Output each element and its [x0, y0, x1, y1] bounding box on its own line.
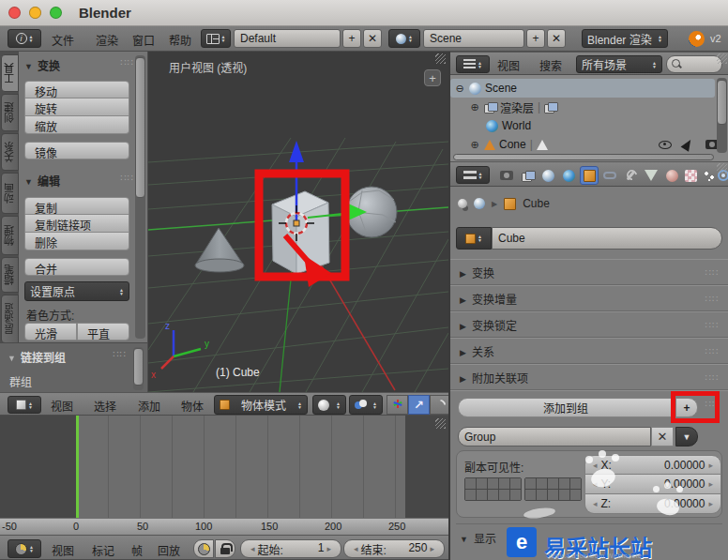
selectable-pointer-icon[interactable] — [681, 137, 695, 151]
tab-object[interactable] — [580, 166, 599, 185]
outliner-scope-select[interactable]: 所有场景 — [576, 55, 662, 73]
add-scene-button[interactable]: + — [526, 29, 545, 48]
tab-texture[interactable] — [681, 166, 700, 185]
operator-scrollbar[interactable] — [133, 347, 144, 390]
layer-toggle[interactable] — [499, 478, 509, 489]
layer-toggle[interactable] — [548, 490, 558, 500]
panel-transform[interactable]: 变换 — [450, 259, 728, 285]
manipulator-toggle-button[interactable] — [387, 395, 408, 415]
panel-drag-icon[interactable] — [113, 349, 127, 359]
layer-toggle[interactable] — [477, 490, 487, 500]
panel-display[interactable]: 显示 — [460, 529, 496, 546]
offset-y-field[interactable]: Y:0.00000 — [584, 475, 721, 494]
minimize-button[interactable] — [29, 7, 41, 19]
rotate-button[interactable]: 旋转 — [24, 98, 129, 116]
outliner-row-render-layers[interactable]: 渲染层 | — [450, 98, 715, 116]
outliner-row-cone[interactable]: Cone | — [450, 135, 715, 154]
outliner-row-world[interactable]: World — [450, 116, 715, 135]
lock-frame-range-button[interactable] — [215, 539, 235, 558]
panel-relations-extras[interactable]: 附加关联项 — [450, 364, 728, 390]
tab-particles[interactable] — [700, 166, 719, 185]
panel-drag-icon[interactable] — [120, 57, 134, 68]
close-layout-button[interactable]: ✕ — [363, 29, 382, 48]
panel-transform-locks[interactable]: 变换锁定 — [450, 311, 728, 338]
layer-toggle[interactable] — [525, 490, 536, 500]
tab-grease-pencil[interactable]: 蜡笔 — [1, 257, 19, 293]
menu-timeline-frame[interactable]: 帧 — [131, 542, 143, 558]
scale-button[interactable]: 缩放 — [24, 116, 129, 134]
edit-panel-header[interactable]: 编辑 — [24, 173, 60, 189]
outliner-vscrollbar[interactable] — [717, 78, 727, 153]
mode-select[interactable]: 物体模式 — [214, 395, 308, 415]
expand-icon[interactable] — [469, 139, 480, 151]
tab-modifiers[interactable] — [621, 166, 640, 185]
layer-toggle[interactable] — [465, 478, 476, 489]
join-button[interactable]: 合并 — [24, 258, 129, 276]
panel-drag-icon[interactable] — [705, 267, 719, 278]
menu-timeline-view[interactable]: 视图 — [52, 542, 74, 558]
tab-physics[interactable]: 物理 — [1, 216, 19, 255]
menu-outliner-search[interactable]: 搜索 — [539, 57, 562, 73]
open-sidebar-button[interactable]: + — [424, 69, 441, 86]
tab-constraints[interactable] — [600, 166, 619, 185]
object-name-input[interactable]: Cube — [492, 227, 722, 250]
tab-material[interactable] — [662, 166, 681, 185]
unlink-group-button[interactable]: ✕ — [651, 427, 674, 446]
editor-type-outliner-button[interactable] — [456, 55, 490, 73]
editor-type-3dview-button[interactable] — [8, 396, 41, 414]
scene-icon[interactable] — [474, 198, 485, 209]
layer-toggle[interactable] — [570, 490, 581, 500]
expand-icon[interactable] — [469, 101, 480, 114]
panel-relations[interactable]: 关系 — [450, 338, 728, 364]
resize-grip[interactable] — [717, 53, 727, 64]
outliner-hscrollbar[interactable] — [453, 154, 714, 160]
panel-drag-icon[interactable] — [705, 320, 719, 330]
layer-toggle[interactable] — [559, 490, 569, 500]
pivot-point-select[interactable] — [349, 395, 383, 415]
cone-object[interactable] — [195, 228, 244, 272]
layer-toggle[interactable] — [525, 478, 536, 489]
tab-render-layers[interactable] — [518, 166, 537, 185]
layer-toggle[interactable] — [537, 478, 547, 489]
offset-x-field[interactable]: X:0.00000 — [584, 455, 721, 475]
resize-grip[interactable] — [435, 53, 446, 64]
layer-toggle[interactable] — [488, 478, 498, 489]
menu-timeline-marker[interactable]: 标记 — [92, 542, 114, 558]
scrollbar-thumb[interactable] — [133, 348, 144, 386]
tab-object-data[interactable] — [642, 166, 660, 185]
mirror-button[interactable]: 镜像 — [24, 142, 129, 159]
timeline-ruler[interactable]: -50 0 50 100 150 200 250 — [0, 518, 448, 535]
screen-layout-button[interactable] — [201, 29, 231, 48]
tab-scene[interactable] — [538, 166, 557, 185]
viewport-3d[interactable]: z y x 用户视图 (透视) (1) Cube + — [148, 52, 448, 392]
tab-render[interactable] — [497, 166, 516, 185]
shade-flat-button[interactable]: 平直 — [77, 323, 129, 341]
link-to-group-header[interactable]: 链接到组 — [8, 349, 66, 365]
panel-delta-transform[interactable]: 变换增量 — [450, 285, 728, 311]
layer-toggle[interactable] — [499, 490, 509, 500]
set-origin-select[interactable]: 设置原点 — [24, 281, 129, 301]
scene-name-field[interactable]: Scene — [423, 29, 524, 48]
pin-icon[interactable] — [458, 199, 467, 208]
duplicate-linked-button[interactable]: 复制链接项 — [24, 215, 129, 233]
toolshelf-scrollbar[interactable] — [135, 55, 145, 339]
delete-button[interactable]: 删除 — [24, 233, 129, 250]
scrollbar-thumb[interactable] — [135, 57, 145, 198]
editor-type-properties-button[interactable] — [456, 166, 490, 184]
transform-panel-header[interactable]: 变换 — [24, 57, 60, 73]
layer-toggle[interactable] — [510, 478, 521, 489]
current-frame-playhead[interactable] — [76, 416, 79, 535]
scrollbar-thumb[interactable] — [717, 80, 727, 125]
menu-view3d-view[interactable]: 视图 — [51, 398, 73, 414]
outliner-row-scene[interactable]: Scene — [450, 79, 715, 98]
render-engine-select[interactable]: Blender 渲染 — [582, 29, 668, 48]
layer-toggle[interactable] — [465, 490, 476, 500]
layer-toggle[interactable] — [510, 490, 521, 500]
menu-help[interactable]: 帮助 — [169, 32, 191, 48]
layer-toggle[interactable] — [559, 478, 569, 489]
menu-render[interactable]: 渲染 — [96, 32, 118, 48]
move-button[interactable]: 移动 — [24, 81, 129, 98]
layer-toggle[interactable] — [477, 478, 487, 489]
browse-scene-button[interactable] — [388, 29, 420, 48]
panel-drag-icon[interactable] — [705, 372, 719, 383]
